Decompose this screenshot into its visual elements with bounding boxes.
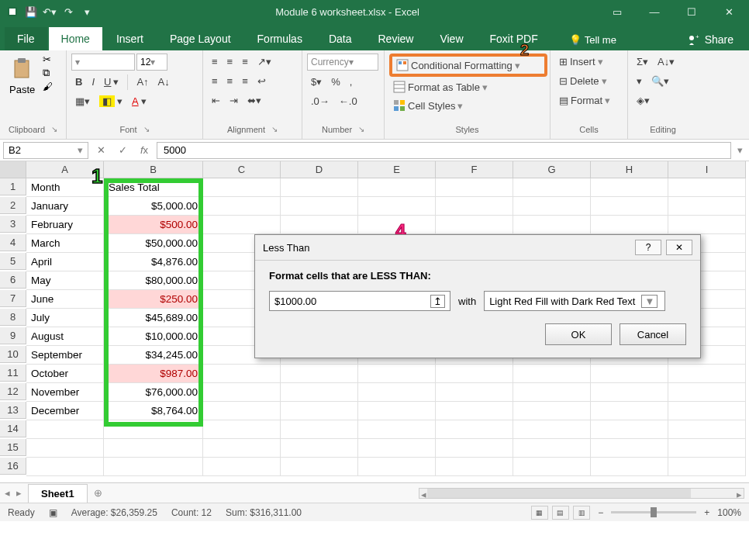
font-family-combo[interactable]: ▾	[71, 54, 135, 71]
tab-formulas[interactable]: Formulas	[245, 27, 315, 50]
tab-review[interactable]: Review	[366, 27, 426, 50]
cell-B16[interactable]	[104, 458, 203, 476]
horizontal-scrollbar[interactable]: ◂▸	[419, 488, 744, 499]
share-button[interactable]: + Share	[677, 29, 744, 50]
accounting-format-icon[interactable]: $▾	[307, 74, 326, 90]
wrap-text-icon[interactable]: ↩	[254, 73, 270, 89]
format-painter-icon[interactable]: 🖌	[43, 81, 53, 92]
cell-E16[interactable]	[358, 458, 436, 476]
cell-B10[interactable]: $34,245.00	[104, 346, 203, 365]
merge-center-icon[interactable]: ⬌▾	[243, 92, 265, 109]
row-header-11[interactable]: 11	[0, 365, 26, 382]
cell-A13[interactable]: December	[26, 402, 104, 420]
redo-icon[interactable]: ↷	[62, 5, 74, 18]
cell-D16[interactable]	[281, 458, 358, 476]
dialog-help-icon[interactable]: ?	[635, 240, 661, 255]
cell-C3[interactable]	[203, 216, 281, 234]
cell-H2[interactable]	[591, 197, 668, 216]
macro-record-icon[interactable]: ▣	[49, 507, 57, 518]
cell-C2[interactable]	[203, 197, 281, 216]
align-center-icon[interactable]: ≡	[223, 73, 237, 89]
cell-B6[interactable]: $80,000.00	[104, 271, 203, 290]
row-header-15[interactable]: 15	[0, 439, 26, 456]
increase-font-icon[interactable]: A↑	[133, 74, 152, 90]
column-header-I[interactable]: I	[668, 161, 746, 178]
underline-button[interactable]: U▾	[100, 74, 123, 90]
formula-input[interactable]: 5000	[157, 142, 731, 159]
row-header-13[interactable]: 13	[0, 402, 26, 419]
cell-I2[interactable]	[668, 197, 746, 216]
format-cells-button[interactable]: ▤Format▾	[555, 92, 614, 109]
autosum-icon[interactable]: Σ▾	[633, 54, 652, 70]
cell-F15[interactable]	[436, 439, 513, 458]
cell-A12[interactable]: November	[26, 383, 104, 402]
cell-C1[interactable]	[203, 178, 281, 197]
cell-A11[interactable]: October	[26, 365, 104, 383]
cell-D2[interactable]	[281, 197, 358, 216]
cell-D11[interactable]	[281, 365, 358, 383]
threshold-input[interactable]: $1000.00 ↥	[269, 291, 450, 311]
increase-indent-icon[interactable]: ⇥	[226, 92, 242, 109]
cell-E2[interactable]	[358, 197, 436, 216]
cell-G12[interactable]	[513, 383, 591, 402]
cell-G14[interactable]	[513, 420, 591, 439]
cell-D14[interactable]	[281, 420, 358, 439]
cell-B3[interactable]: $500.00	[104, 216, 203, 234]
number-dialog-launcher[interactable]: ↘	[358, 125, 364, 134]
row-header-12[interactable]: 12	[0, 383, 26, 400]
cell-A14[interactable]	[26, 420, 104, 439]
ok-button[interactable]: OK	[545, 323, 612, 345]
align-bottom-icon[interactable]: ≡	[238, 54, 252, 70]
row-header-2[interactable]: 2	[0, 197, 26, 214]
cell-H14[interactable]	[591, 420, 668, 439]
cell-I3[interactable]	[668, 216, 746, 234]
cell-D1[interactable]	[281, 178, 358, 197]
copy-icon[interactable]: ⧉	[43, 67, 53, 79]
row-header-8[interactable]: 8	[0, 309, 26, 326]
tell-me-search[interactable]: 💡 Tell me	[560, 29, 626, 50]
cell-styles-button[interactable]: Cell Styles▾	[389, 97, 467, 114]
fx-icon[interactable]: fx	[135, 144, 154, 156]
orientation-icon[interactable]: ↗▾	[254, 54, 275, 70]
cell-H13[interactable]	[591, 402, 668, 420]
column-header-E[interactable]: E	[358, 161, 436, 178]
view-page-break-icon[interactable]: ▥	[573, 506, 590, 520]
view-page-layout-icon[interactable]: ▤	[552, 506, 569, 520]
font-dialog-launcher[interactable]: ↘	[143, 125, 150, 134]
dialog-close-icon[interactable]: ✕	[666, 240, 692, 255]
cell-B4[interactable]: $50,000.00	[104, 234, 203, 253]
zoom-slider[interactable]	[611, 511, 696, 513]
tab-scroll-right-icon[interactable]: ▸	[16, 487, 22, 499]
cancel-button[interactable]: Cancel	[620, 323, 686, 345]
cancel-fx-icon[interactable]: ✕	[91, 144, 110, 156]
cell-A7[interactable]: June	[26, 290, 104, 309]
sheet-tab-sheet1[interactable]: Sheet1	[28, 484, 88, 503]
cell-B14[interactable]	[104, 420, 203, 439]
bold-button[interactable]: B	[71, 74, 86, 90]
row-header-10[interactable]: 10	[0, 346, 26, 363]
cell-E15[interactable]	[358, 439, 436, 458]
cell-C12[interactable]	[203, 383, 281, 402]
cell-I16[interactable]	[668, 458, 746, 476]
cut-icon[interactable]: ✂	[43, 54, 53, 65]
cell-G1[interactable]	[513, 178, 591, 197]
minimize-icon[interactable]: —	[639, 4, 670, 19]
cell-H16[interactable]	[591, 458, 668, 476]
cell-G3[interactable]	[513, 216, 591, 234]
column-header-C[interactable]: C	[203, 161, 281, 178]
comma-format-icon[interactable]: ,	[346, 74, 357, 90]
paste-button[interactable]: Paste	[5, 54, 40, 99]
cell-C16[interactable]	[203, 458, 281, 476]
cell-A3[interactable]: February	[26, 216, 104, 234]
column-header-F[interactable]: F	[436, 161, 513, 178]
cell-I15[interactable]	[668, 439, 746, 458]
clipboard-dialog-launcher[interactable]: ↘	[51, 125, 57, 134]
insert-cells-button[interactable]: ⊞Insert▾	[555, 54, 607, 70]
font-size-combo[interactable]: 12▾	[136, 54, 167, 71]
column-header-H[interactable]: H	[591, 161, 668, 178]
view-normal-icon[interactable]: ▦	[531, 506, 548, 520]
cell-I13[interactable]	[668, 402, 746, 420]
row-header-14[interactable]: 14	[0, 420, 26, 437]
percent-format-icon[interactable]: %	[327, 74, 344, 90]
cell-I12[interactable]	[668, 383, 746, 402]
